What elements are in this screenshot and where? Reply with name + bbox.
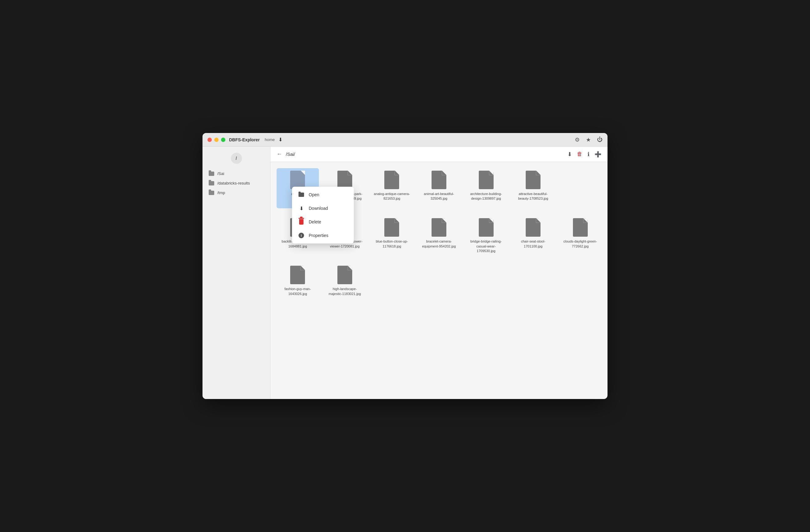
file-icon-1 xyxy=(337,171,352,189)
sidebar-item-tmp[interactable]: /tmp xyxy=(202,188,270,198)
open-folder-icon xyxy=(298,192,304,198)
context-menu: Open ⬇ Download Delete xyxy=(292,187,354,244)
file-icon-3 xyxy=(432,171,447,189)
maximize-button[interactable] xyxy=(221,138,225,142)
download-icon[interactable]: ⬇ xyxy=(278,137,282,143)
file-item-0[interactable]: action-a-athl-152469 Open ⬇ xyxy=(277,168,319,208)
context-download-label: Download xyxy=(309,206,328,211)
file-item-4[interactable]: architecture-building-design-1309897.jpg xyxy=(465,168,507,208)
files-grid: action-a-athl-152469 Open ⬇ xyxy=(271,162,608,399)
empty-slot-r1 xyxy=(559,168,601,208)
file-icon-12 xyxy=(573,218,588,237)
path-info-icon[interactable]: ℹ xyxy=(587,151,589,158)
file-item-12[interactable]: clouds-daylight-green-772662.jpg xyxy=(559,216,601,256)
file-icon-5 xyxy=(526,171,540,189)
delete-trash-icon xyxy=(298,219,304,225)
file-icon-8 xyxy=(384,218,399,237)
current-path: /Sai/ xyxy=(286,151,295,157)
file-name-8: blue-button-close-up-1176618.jpg xyxy=(373,239,410,249)
traffic-lights xyxy=(208,138,225,142)
context-delete-label: Delete xyxy=(309,219,321,225)
file-name-13: fashion-guy-man-1643026.jpg xyxy=(279,287,317,296)
app-title: DBFS-Explorer xyxy=(229,137,260,142)
file-item-14[interactable]: high-landscape-majestic-1183021.jpg xyxy=(324,263,366,299)
power-icon[interactable]: ⏻ xyxy=(597,136,602,143)
minimize-button[interactable] xyxy=(214,138,218,142)
file-item-10[interactable]: bridge-bridge-railing-casual-wear-170953… xyxy=(465,216,507,256)
file-item-9[interactable]: bracelet-camera-equipment-954202.jpg xyxy=(418,216,460,256)
properties-info-icon: i xyxy=(298,232,304,238)
titlebar: DBFS-Explorer home ⬇ ⚙ ★ ⏻ xyxy=(202,133,608,147)
sidebar: / /Sai /databricks-results /tmp xyxy=(202,147,271,399)
file-icon-14 xyxy=(337,266,352,284)
file-area: ← /Sai/ ⬇ 🗑 ℹ ➕ action-a-athl-152469 xyxy=(271,147,608,399)
settings-icon[interactable]: ⚙ xyxy=(575,136,580,143)
file-name-14: high-landscape-majestic-1183021.jpg xyxy=(326,287,363,296)
context-properties[interactable]: i Properties xyxy=(292,229,354,242)
file-name-9: bracelet-camera-equipment-954202.jpg xyxy=(420,239,458,249)
main-content: / /Sai /databricks-results /tmp ← /Sai/ … xyxy=(202,147,608,399)
file-item-2[interactable]: analog-antique-camera-821653.jpg xyxy=(371,168,413,208)
context-download[interactable]: ⬇ Download xyxy=(292,201,354,215)
file-name-5: attractive-beautiful-beauty-1708523.jpg xyxy=(515,192,552,201)
path-bar: ← /Sai/ ⬇ 🗑 ℹ ➕ xyxy=(271,147,608,162)
file-item-11[interactable]: chair-seat-stool-1701100.jpg xyxy=(512,216,554,256)
sidebar-item-sai[interactable]: /Sai xyxy=(202,169,270,178)
sidebar-label-tmp: /tmp xyxy=(217,190,225,195)
file-icon-11 xyxy=(526,218,540,237)
sidebar-label-sai: /Sai xyxy=(217,171,224,176)
file-icon-13 xyxy=(290,266,305,284)
file-item-8[interactable]: blue-button-close-up-1176618.jpg xyxy=(371,216,413,256)
path-actions: ⬇ 🗑 ℹ ➕ xyxy=(567,151,601,158)
path-delete-icon[interactable]: 🗑 xyxy=(577,151,583,157)
file-name-3: animal-art-beautiful-325045.jpg xyxy=(420,192,458,201)
file-name-2: analog-antique-camera-821653.jpg xyxy=(373,192,410,201)
path-add-icon[interactable]: ➕ xyxy=(595,151,601,158)
context-open-label: Open xyxy=(309,192,319,197)
file-icon-9 xyxy=(432,218,447,237)
folder-icon xyxy=(209,181,214,185)
file-name-12: clouds-daylight-green-772662.jpg xyxy=(562,239,599,249)
file-icon-10 xyxy=(479,218,493,237)
sidebar-label-databricks: /databricks-results xyxy=(217,181,250,185)
path-download-icon[interactable]: ⬇ xyxy=(567,151,572,158)
titlebar-actions: ⚙ ★ ⏻ xyxy=(575,136,602,143)
context-delete[interactable]: Delete xyxy=(292,215,354,229)
sidebar-item-databricks[interactable]: /databricks-results xyxy=(202,178,270,188)
context-open[interactable]: Open xyxy=(292,188,354,201)
context-properties-label: Properties xyxy=(309,233,328,238)
file-item-3[interactable]: animal-art-beautiful-325045.jpg xyxy=(418,168,460,208)
file-name-4: architecture-building-design-1309897.jpg xyxy=(467,192,505,201)
folder-icon xyxy=(209,171,214,176)
nav-home[interactable]: home xyxy=(265,137,275,142)
close-button[interactable] xyxy=(208,138,212,142)
file-name-11: chair-seat-stool-1701100.jpg xyxy=(515,239,552,249)
file-item-5[interactable]: attractive-beautiful-beauty-1708523.jpg xyxy=(512,168,554,208)
file-item-13[interactable]: fashion-guy-man-1643026.jpg xyxy=(277,263,319,299)
file-icon-0 xyxy=(290,171,305,189)
folder-icon xyxy=(209,191,214,195)
download-arrow-icon: ⬇ xyxy=(298,205,304,211)
file-icon-4 xyxy=(479,171,493,189)
sidebar-root[interactable]: / xyxy=(231,153,242,164)
bookmark-icon[interactable]: ★ xyxy=(586,136,591,143)
back-button[interactable]: ← xyxy=(277,151,282,157)
file-icon-2 xyxy=(384,171,399,189)
file-name-10: bridge-bridge-railing-casual-wear-170953… xyxy=(467,239,505,253)
main-window: DBFS-Explorer home ⬇ ⚙ ★ ⏻ / /Sai /datab… xyxy=(202,133,608,399)
